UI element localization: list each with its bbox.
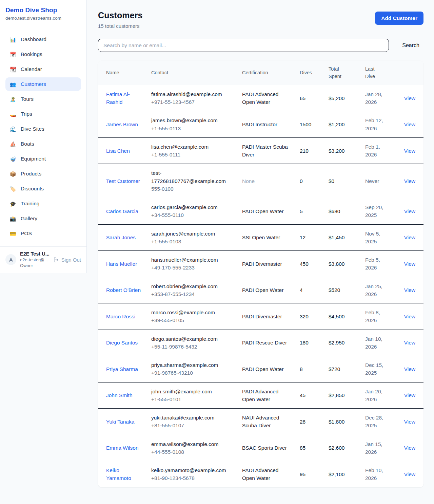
customer-dives: 5 (300, 208, 303, 214)
customer-phone: +1-555-0103 (151, 238, 234, 245)
customer-name-link[interactable]: Test Customer (106, 177, 140, 185)
customer-name-link[interactable]: Priya Sharma (106, 365, 138, 373)
customer-name-link[interactable]: Carlos Garcia (106, 207, 138, 215)
sign-out-button[interactable]: Sign Out (53, 257, 81, 263)
customer-name-link[interactable]: Emma Wilson (106, 444, 139, 452)
customer-dives: 12 (300, 235, 305, 240)
view-customer-link[interactable]: View (404, 471, 415, 477)
customer-name-link[interactable]: Lisa Chen (106, 147, 130, 155)
sidebar-item-pos[interactable]: 💳 POS (5, 227, 81, 240)
add-customer-button[interactable]: Add Customer (375, 12, 423, 25)
sidebar-item-calendar[interactable]: 📆 Calendar (5, 62, 81, 76)
customer-email: yuki.tanaka@example.com (151, 414, 234, 422)
customer-dives: 180 (300, 340, 309, 346)
dive-sites-icon: 🌊 (9, 127, 16, 132)
customer-last-dive: Dec 28, 2025 (365, 415, 383, 428)
view-customer-link[interactable]: View (404, 95, 415, 101)
customer-phone: +1-555-0113 (151, 125, 234, 132)
customer-dives: 210 (300, 148, 309, 154)
view-customer-link[interactable]: View (404, 366, 415, 372)
view-customer-link[interactable]: View (404, 287, 415, 293)
customer-phone: +353-87-555-1234 (151, 290, 234, 298)
customer-last-dive: Feb 1, 2026 (365, 144, 380, 157)
customer-last-dive: Nov 5, 2025 (365, 231, 380, 244)
sidebar-item-discounts[interactable]: 🏷️ Discounts (5, 182, 81, 195)
customer-email: test-1772681807767@example.com (151, 169, 234, 185)
column-header-total-spent: Total Spent (324, 61, 361, 85)
customer-certification: PADI Instructor (242, 122, 277, 127)
customer-email: emma.wilson@example.com (151, 440, 234, 448)
dashboard-icon: 📊 (9, 37, 16, 42)
view-customer-link[interactable]: View (404, 392, 415, 398)
customer-last-dive: Feb 8, 2026 (365, 310, 380, 323)
customer-name-link[interactable]: Robert O'Brien (106, 286, 141, 294)
sidebar-item-products[interactable]: 📦 Products (5, 167, 81, 181)
customer-dives: 28 (300, 419, 305, 425)
customer-total-spent: $0 (329, 178, 334, 184)
customers-table: NameContactCertificationDivesTotal Spent… (98, 61, 423, 487)
training-icon: 🎓 (9, 201, 16, 206)
customer-email: robert.obrien@example.com (151, 282, 234, 290)
user-name: E2E Test U... (20, 251, 50, 257)
customer-name-link[interactable]: Keiko Yamamoto (106, 466, 143, 482)
sidebar-item-label: Discounts (21, 186, 44, 192)
customer-name-link[interactable]: John Smith (106, 391, 133, 399)
customer-name-link[interactable]: Fatima Al-Rashid (106, 90, 143, 106)
customer-total-spent: $720 (329, 366, 340, 372)
view-customer-link[interactable]: View (404, 148, 415, 154)
customer-certification: PADI Open Water (242, 208, 283, 214)
sidebar-header: Demo Dive Shop demo.test.divestreams.com (0, 0, 86, 28)
customer-total-spent: $1,200 (329, 122, 344, 127)
customer-email: keiko.yamamoto@example.com (151, 466, 234, 474)
customer-name-link[interactable]: Marco Rossi (106, 313, 135, 320)
table-row: Yuki Tanaka yuki.tanaka@example.com +81-… (98, 409, 423, 435)
view-customer-link[interactable]: View (404, 235, 415, 240)
table-row: Diego Santos diego.santos@example.com +5… (98, 330, 423, 356)
table-row: Sarah Jones sarah.jones@example.com +1-5… (98, 224, 423, 251)
search-bar: Search (98, 39, 423, 52)
customer-email: john.smith@example.com (151, 388, 234, 395)
customer-last-dive: Jan 25, 2026 (365, 283, 382, 297)
view-customer-link[interactable]: View (404, 419, 415, 425)
search-button[interactable]: Search (398, 42, 423, 49)
view-customer-link[interactable]: View (404, 178, 415, 184)
sidebar-item-training[interactable]: 🎓 Training (5, 197, 81, 210)
user-section: E2E Test U... e2e-tester@... Owner Sign … (0, 246, 86, 273)
sidebar-item-label: Customers (21, 81, 46, 87)
view-customer-link[interactable]: View (404, 314, 415, 319)
customer-name-link[interactable]: Hans Mueller (106, 260, 137, 268)
boats-icon: ⛵ (9, 142, 16, 147)
customer-certification: PADI Divemaster (242, 261, 282, 267)
sidebar-item-customers[interactable]: 👥 Customers (5, 77, 81, 91)
customer-last-dive: Jan 28, 2026 (365, 91, 382, 105)
avatar (5, 254, 16, 265)
customer-name-link[interactable]: Yuki Tanaka (106, 418, 134, 426)
sidebar-item-dive-sites[interactable]: 🌊 Dive Sites (5, 122, 81, 136)
customer-last-dive: Jan 20, 2026 (365, 389, 382, 402)
sidebar-item-gallery[interactable]: 📸 Gallery (5, 212, 81, 225)
sidebar-item-tours[interactable]: 🏝️ Tours (5, 92, 81, 106)
view-customer-link[interactable]: View (404, 261, 415, 267)
customer-name-link[interactable]: James Brown (106, 120, 138, 128)
customer-name-link[interactable]: Sarah Jones (106, 234, 136, 241)
shop-name: Demo Dive Shop (5, 6, 81, 14)
search-input[interactable] (98, 39, 389, 52)
table-row: Priya Sharma priya.sharma@example.com +9… (98, 356, 423, 382)
shop-domain: demo.test.divestreams.com (5, 16, 81, 21)
view-customer-link[interactable]: View (404, 445, 415, 451)
view-customer-link[interactable]: View (404, 122, 415, 127)
sidebar-item-dashboard[interactable]: 📊 Dashboard (5, 33, 81, 46)
customer-total-spent: $2,100 (329, 471, 344, 477)
customer-certification: PADI Divemaster (242, 314, 282, 319)
sidebar-item-bookings[interactable]: 📅 Bookings (5, 48, 81, 61)
customer-phone: +55-11-99876-5432 (151, 343, 234, 351)
customer-phone: +49-170-555-2233 (151, 264, 234, 272)
customer-name-link[interactable]: Diego Santos (106, 339, 138, 347)
sidebar-item-boats[interactable]: ⛵ Boats (5, 137, 81, 151)
view-customer-link[interactable]: View (404, 340, 415, 346)
sidebar-item-equipment[interactable]: 🤿 Equipment (5, 152, 81, 166)
sidebar-item-trips[interactable]: 🚤 Trips (5, 107, 81, 121)
view-customer-link[interactable]: View (404, 208, 415, 214)
customer-certification: PADI Advanced Open Water (242, 91, 278, 105)
sidebar-nav: 📊 Dashboard 📅 Bookings 📆 Calendar 👥 Cust… (0, 28, 86, 246)
